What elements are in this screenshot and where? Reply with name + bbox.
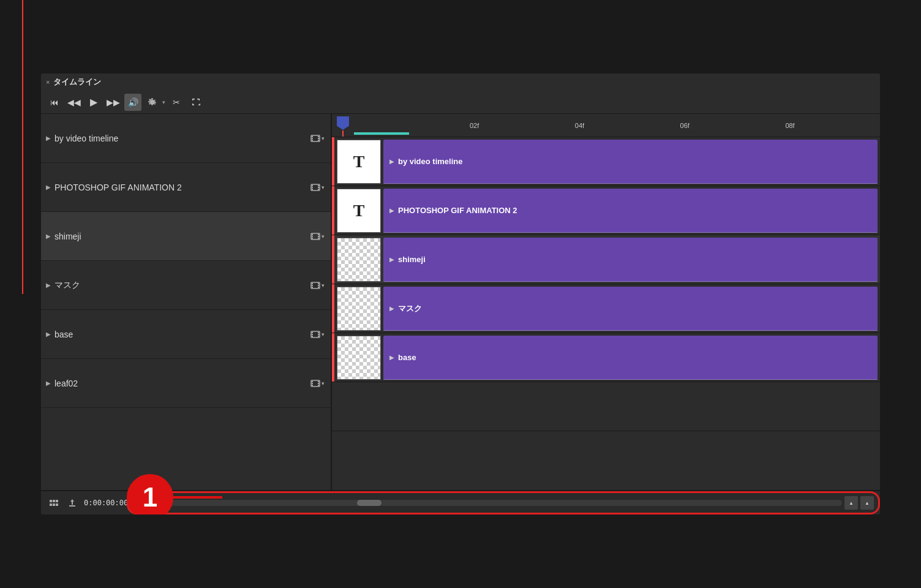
- track-expand-arrow: ▶: [389, 158, 394, 165]
- share-button[interactable]: [66, 496, 79, 510]
- svg-rect-13: [318, 189, 319, 190]
- track-expand-arrow: ▶: [389, 207, 394, 214]
- track-bar[interactable]: ▶ by video timeline: [383, 140, 878, 184]
- audio-button[interactable]: 🔊: [124, 94, 141, 111]
- track-thumbnail-checker: [337, 287, 381, 331]
- skip-first-button[interactable]: ⏮: [46, 94, 63, 111]
- settings-button[interactable]: [144, 94, 161, 111]
- badge-arrow-line: [173, 496, 222, 499]
- svg-rect-44: [56, 500, 58, 502]
- layer-list: ▶ by video timeline ▾: [41, 114, 332, 490]
- track-bar[interactable]: ▶ マスク: [383, 287, 878, 331]
- svg-rect-48: [69, 505, 75, 507]
- svg-rect-40: [318, 383, 319, 384]
- film-icon: ▾: [310, 232, 325, 241]
- panel-body: × タイムライン ⏮ ◀◀ ▶ ▶▶ 🔊 ▾ ✂: [41, 74, 880, 514]
- timeline-tracks: T ▶ by video timeline T ▶ PHOTO: [332, 137, 880, 490]
- track-left-accent: [332, 186, 334, 235]
- svg-rect-9: [312, 187, 313, 188]
- svg-rect-20: [318, 238, 319, 239]
- layer-name: マスク: [55, 280, 310, 291]
- track-row-mask[interactable]: ▶ マスク: [332, 284, 880, 333]
- expand-arrow: ▶: [46, 331, 51, 337]
- layer-row[interactable]: ▶ base ▾: [41, 310, 331, 359]
- timeline-area: 02f 04f 06f 08f T ▶: [332, 114, 880, 490]
- svg-rect-25: [318, 283, 319, 284]
- svg-rect-27: [318, 287, 319, 288]
- close-button[interactable]: ×: [46, 78, 50, 86]
- next-frame-button[interactable]: ▶▶: [105, 94, 122, 111]
- panel-title: タイムライン: [53, 77, 101, 88]
- timeline-scrollbar-area: ▲ ▲ ▲: [133, 496, 874, 510]
- track-left-accent: [332, 382, 334, 431]
- layer-name: PHOTOSHOP GIF ANIMATION 2: [55, 183, 310, 192]
- frame-view-button[interactable]: [47, 496, 61, 510]
- layer-row[interactable]: ▶ leaf02 ▾: [41, 359, 331, 408]
- film-icon: ▾: [310, 134, 325, 143]
- svg-rect-41: [318, 385, 319, 386]
- track-bar[interactable]: ▶ shimeji: [383, 238, 878, 282]
- film-strip-icon: [310, 330, 320, 339]
- playhead-bottom: [342, 130, 344, 137]
- track-row-by-video-timeline[interactable]: T ▶ by video timeline: [332, 137, 880, 186]
- ruler-tick-08f: 08f: [785, 122, 794, 129]
- track-bar[interactable]: ▶ base: [383, 336, 878, 380]
- ruler-tick-02f: 02f: [470, 122, 479, 129]
- zoom-in-button[interactable]: ▲: [860, 496, 874, 510]
- play-button[interactable]: ▶: [85, 94, 102, 111]
- expand-arrow: ▶: [46, 184, 51, 190]
- expand-arrow: ▶: [46, 135, 51, 141]
- layer-name: shimeji: [55, 232, 310, 241]
- layer-row[interactable]: ▶ マスク ▾: [41, 261, 331, 310]
- svg-rect-26: [318, 285, 319, 286]
- track-bar-label: base: [398, 353, 416, 362]
- svg-rect-12: [318, 187, 319, 188]
- svg-rect-38: [312, 385, 313, 386]
- track-bar[interactable]: ▶ PHOTOSHOP GIF ANIMATION 2: [383, 189, 878, 233]
- scroll-track[interactable]: [149, 500, 842, 506]
- scroll-thumb[interactable]: [357, 500, 382, 506]
- track-bar-label: PHOTOSHOP GIF ANIMATION 2: [398, 206, 517, 215]
- track-row-leaf02[interactable]: [332, 382, 880, 431]
- layer-row[interactable]: ▶ by video timeline ▾: [41, 114, 331, 163]
- layer-row[interactable]: ▶ PHOTOSHOP GIF ANIMATION 2 ▾: [41, 163, 331, 212]
- track-left-accent: [332, 333, 334, 382]
- scissors-button[interactable]: ✂: [168, 94, 185, 111]
- svg-rect-16: [312, 236, 313, 237]
- expand-arrow: ▶: [46, 282, 51, 288]
- gear-icon: [148, 97, 157, 107]
- main-area: ▶ by video timeline ▾: [41, 114, 880, 490]
- track-thumbnail-empty: [337, 385, 381, 429]
- frame-view-icon: [50, 500, 58, 506]
- track-expand-arrow: ▶: [389, 354, 394, 361]
- expand-arrow: ▶: [46, 380, 51, 386]
- track-left-accent: [332, 284, 334, 333]
- track-bar-label: マスク: [398, 303, 422, 314]
- track-bar-label: by video timeline: [398, 157, 462, 166]
- svg-rect-34: [318, 336, 319, 337]
- track-row-shimeji[interactable]: ▶ shimeji: [332, 235, 880, 284]
- film-strip-icon: [310, 281, 320, 290]
- fullscreen-button[interactable]: [187, 94, 205, 111]
- svg-rect-19: [318, 236, 319, 237]
- svg-rect-6: [318, 140, 319, 141]
- svg-rect-4: [318, 136, 319, 137]
- film-strip-icon: [310, 379, 320, 388]
- track-row-base[interactable]: ▶ base: [332, 333, 880, 382]
- film-strip-icon: [310, 183, 320, 192]
- svg-rect-33: [318, 334, 319, 335]
- annotation-badge-1: 1: [127, 474, 222, 514]
- layer-row[interactable]: ▶ shimeji ▾: [41, 212, 331, 261]
- timeline-panel: × タイムライン ⏮ ◀◀ ▶ ▶▶ 🔊 ▾ ✂: [41, 74, 880, 514]
- track-left-accent: [332, 137, 334, 186]
- svg-rect-23: [312, 285, 313, 286]
- ruler-tick-06f: 06f: [680, 122, 690, 129]
- prev-frame-button[interactable]: ◀◀: [66, 94, 83, 111]
- zoom-mid-button[interactable]: ▲: [844, 496, 858, 510]
- svg-rect-17: [312, 238, 313, 239]
- track-row-photoshop-gif[interactable]: T ▶ PHOTOSHOP GIF ANIMATION 2: [332, 186, 880, 235]
- track-thumbnail-checker: [337, 238, 381, 282]
- svg-rect-37: [312, 383, 313, 384]
- playhead-icon: [337, 116, 349, 130]
- svg-rect-24: [312, 287, 313, 288]
